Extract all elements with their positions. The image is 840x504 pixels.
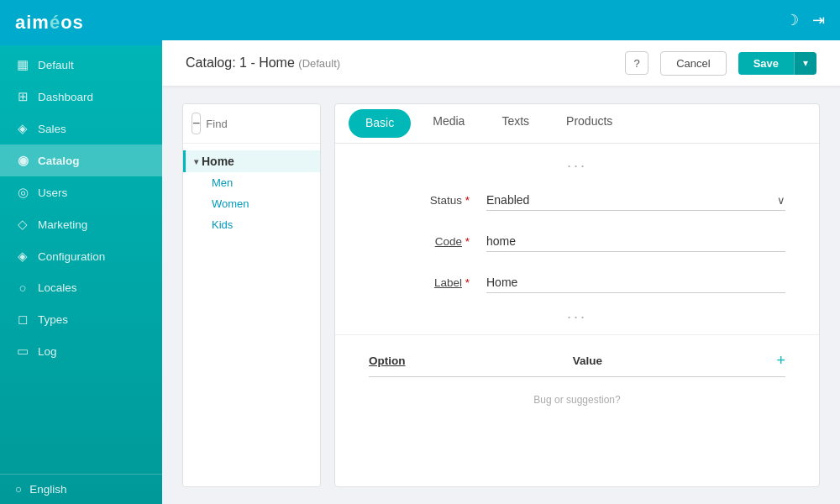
add-option-button[interactable]: + — [777, 352, 786, 370]
sidebar-item-label: Marketing — [38, 218, 87, 231]
sidebar-item-types[interactable]: ◻ Types — [0, 303, 162, 335]
option-table: Option Value + — [335, 334, 819, 387]
sidebar-item-locales[interactable]: ○ Locales — [0, 272, 162, 303]
tab-media[interactable]: Media — [414, 104, 483, 144]
sidebar-item-log[interactable]: ▭ Log — [0, 335, 162, 367]
help-button[interactable]: ? — [625, 51, 648, 75]
tree-items: ▾ Home Men Women Kids — [183, 144, 320, 242]
dots-top: ··· — [335, 152, 819, 180]
sidebar-item-users[interactable]: ◎ Users — [0, 176, 162, 208]
tree-panel: − + ▾ Home Men Women Kids — [182, 103, 321, 487]
form-area: ··· Status * Enabled Disabled ∨ — [335, 144, 819, 486]
find-input[interactable] — [206, 118, 321, 130]
locales-icon: ○ — [15, 281, 30, 295]
status-label: Status * — [369, 194, 470, 207]
tab-texts[interactable]: Texts — [483, 104, 548, 144]
detail-panel: Basic Media Texts Products ··· Status * — [334, 103, 820, 487]
option-column-header: Option — [369, 354, 573, 367]
sidebar-item-label: Sales — [38, 123, 66, 135]
tree-item-kids[interactable]: Kids — [203, 214, 320, 235]
tree-children: Men Women Kids — [183, 172, 320, 235]
catalog-title: Catalog: 1 - Home — [186, 55, 295, 70]
sidebar-item-sales[interactable]: ◈ Sales — [0, 113, 162, 144]
content-area: − + ▾ Home Men Women Kids Basic — [162, 87, 840, 504]
sidebar-nav: ▦ Default ⊞ Dashboard ◈ Sales ◉ Catalog … — [0, 45, 162, 474]
language-icon: ○ — [15, 483, 22, 496]
grid-icon: ▦ — [15, 57, 30, 72]
code-input[interactable] — [486, 231, 785, 252]
app-logo: aiméos — [15, 12, 84, 33]
logout-icon[interactable]: ⇥ — [812, 11, 825, 29]
save-button[interactable]: Save — [738, 52, 794, 75]
code-row: Code * — [335, 221, 819, 262]
sidebar-item-label: Dashboard — [38, 91, 93, 103]
sidebar-item-label: Log — [38, 345, 57, 358]
moon-icon[interactable]: ☽ — [785, 11, 799, 29]
sidebar-item-label: Users — [38, 186, 67, 199]
main-content: ☽ ⇥ Catalog: 1 - Home (Default) ? Cancel… — [162, 0, 840, 504]
sidebar-item-label: Locales — [38, 281, 77, 294]
configuration-icon: ◈ — [15, 249, 30, 264]
catalog-default-tag: (Default) — [298, 57, 340, 70]
status-select-wrapper: Enabled Disabled ∨ — [486, 190, 785, 211]
sidebar-item-english[interactable]: ○ English — [0, 474, 162, 504]
sidebar-item-marketing[interactable]: ◇ Marketing — [0, 208, 162, 240]
tree-item-home[interactable]: ▾ Home — [183, 150, 320, 172]
page-header: Catalog: 1 - Home (Default) ? Cancel Sav… — [162, 40, 840, 87]
label-row: Label * — [335, 262, 819, 303]
sidebar: aiméos ▦ Default ⊞ Dashboard ◈ Sales ◉ C… — [0, 0, 162, 504]
tree-toolbar: − + — [183, 104, 320, 144]
sidebar-item-configuration[interactable]: ◈ Configuration — [0, 240, 162, 272]
tree-item-women[interactable]: Women — [203, 193, 320, 214]
log-icon: ▭ — [15, 344, 30, 359]
chevron-down-icon: ▾ — [803, 57, 808, 69]
bug-suggestion: Bug or suggestion? — [335, 387, 819, 412]
tab-basic[interactable]: Basic — [349, 109, 411, 138]
value-column-header: Value — [573, 354, 777, 367]
sidebar-item-default[interactable]: ▦ Default — [0, 49, 162, 81]
label-input[interactable] — [486, 272, 785, 293]
catalog-icon: ◉ — [15, 153, 30, 168]
sidebar-logo: aiméos — [0, 0, 162, 45]
sidebar-item-catalog[interactable]: ◉ Catalog — [0, 144, 162, 176]
marketing-icon: ◇ — [15, 217, 30, 232]
language-label: English — [29, 483, 66, 496]
status-select[interactable]: Enabled Disabled — [486, 190, 785, 210]
status-row: Status * Enabled Disabled ∨ — [335, 180, 819, 221]
save-group: Save ▾ — [738, 52, 816, 75]
expand-arrow-icon: ▾ — [194, 157, 198, 166]
page-title: Catalog: 1 - Home (Default) — [186, 55, 613, 71]
sidebar-item-label: Configuration — [38, 250, 105, 263]
tree-root-label: Home — [202, 155, 234, 168]
label-label: Label * — [369, 276, 470, 289]
code-label: Code * — [369, 235, 470, 248]
tab-bar: Basic Media Texts Products — [335, 104, 819, 144]
sidebar-item-label: Catalog — [38, 155, 80, 167]
cancel-button[interactable]: Cancel — [660, 51, 726, 76]
tree-item-men[interactable]: Men — [203, 172, 320, 193]
remove-button[interactable]: − — [192, 113, 201, 134]
types-icon: ◻ — [15, 312, 30, 327]
sales-icon: ◈ — [15, 121, 30, 136]
sidebar-item-label: Types — [38, 313, 68, 326]
tab-products[interactable]: Products — [548, 104, 631, 144]
sidebar-item-label: Default — [38, 59, 74, 71]
dashboard-icon: ⊞ — [15, 89, 30, 104]
users-icon: ◎ — [15, 185, 30, 200]
save-dropdown-button[interactable]: ▾ — [794, 52, 816, 75]
sidebar-item-dashboard[interactable]: ⊞ Dashboard — [0, 81, 162, 113]
option-table-header: Option Value + — [369, 345, 785, 377]
top-bar: ☽ ⇥ — [162, 0, 840, 40]
dots-bottom: ··· — [335, 303, 819, 331]
